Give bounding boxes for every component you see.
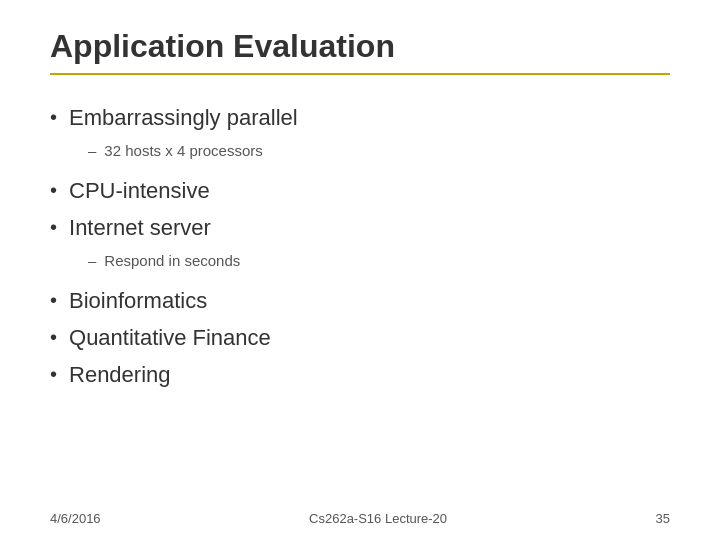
dash-icon: – bbox=[88, 140, 96, 163]
list-item: – Respond in seconds bbox=[88, 250, 670, 273]
list-item: • Rendering bbox=[50, 360, 670, 391]
bullet-text: Rendering bbox=[69, 360, 171, 391]
bullet-text: Internet server bbox=[69, 213, 211, 244]
footer-page: 35 bbox=[656, 511, 670, 526]
slide-footer: 4/6/2016 Cs262a-S16 Lecture-20 35 bbox=[0, 501, 720, 540]
footer-title: Cs262a-S16 Lecture-20 bbox=[309, 511, 447, 526]
slide-title: Application Evaluation bbox=[50, 28, 670, 65]
title-underline bbox=[50, 73, 670, 75]
list-item: • Internet server bbox=[50, 213, 670, 244]
bullet-text: Quantitative Finance bbox=[69, 323, 271, 354]
bullet-icon: • bbox=[50, 213, 57, 241]
slide: Application Evaluation • Embarrassingly … bbox=[0, 0, 720, 540]
list-item: • Quantitative Finance bbox=[50, 323, 670, 354]
footer-date: 4/6/2016 bbox=[50, 511, 101, 526]
bullet-text: Embarrassingly parallel bbox=[69, 103, 298, 134]
bullet-text: Bioinformatics bbox=[69, 286, 207, 317]
bullet-icon: • bbox=[50, 286, 57, 314]
list-item: • Bioinformatics bbox=[50, 286, 670, 317]
bullet-icon: • bbox=[50, 323, 57, 351]
list-item: • CPU-intensive bbox=[50, 176, 670, 207]
list-item: – 32 hosts x 4 processors bbox=[88, 140, 670, 163]
bullet-icon: • bbox=[50, 176, 57, 204]
dash-icon: – bbox=[88, 250, 96, 273]
bullet-text: CPU-intensive bbox=[69, 176, 210, 207]
sub-bullet-text: Respond in seconds bbox=[104, 250, 240, 273]
bullet-icon: • bbox=[50, 103, 57, 131]
sub-bullet-text: 32 hosts x 4 processors bbox=[104, 140, 262, 163]
bullet-icon: • bbox=[50, 360, 57, 388]
list-item: • Embarrassingly parallel bbox=[50, 103, 670, 134]
slide-content: • Embarrassingly parallel – 32 hosts x 4… bbox=[0, 85, 720, 501]
slide-header: Application Evaluation bbox=[0, 0, 720, 85]
